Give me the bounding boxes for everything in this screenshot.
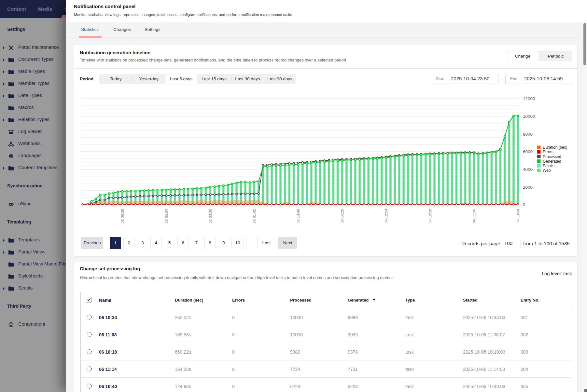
svg-text:06 09:38: 06 09:38 — [120, 209, 124, 223]
svg-text:Duration (sec): Duration (sec) — [543, 145, 567, 150]
svg-text:2000: 2000 — [523, 185, 533, 190]
svg-text:06 12:24: 06 12:24 — [384, 209, 388, 223]
svg-text:06 01:42: 06 01:42 — [252, 209, 256, 223]
svg-text:Emails: Emails — [543, 164, 554, 168]
svg-text:12000: 12000 — [523, 96, 535, 101]
svg-text:6000: 6000 — [523, 149, 533, 154]
svg-text:Errors: Errors — [543, 150, 553, 154]
svg-text:8000: 8000 — [523, 132, 533, 137]
svg-text:06 03:30: 06 03:30 — [208, 209, 212, 223]
svg-text:Generated: Generated — [543, 159, 561, 164]
svg-text:06 13:48: 06 13:48 — [296, 209, 300, 223]
svg-text:Processed: Processed — [543, 155, 561, 159]
svg-text:06 12:28: 06 12:28 — [428, 209, 432, 223]
svg-text:06 11:26: 06 11:26 — [472, 209, 476, 223]
svg-text:0: 0 — [523, 202, 525, 207]
svg-text:Web: Web — [543, 168, 551, 173]
svg-text:10000: 10000 — [523, 114, 535, 119]
svg-text:06 05:34: 06 05:34 — [164, 209, 168, 223]
svg-text:4000: 4000 — [523, 167, 533, 172]
svg-text:06 10:34: 06 10:34 — [516, 209, 520, 223]
svg-text:06 14:20: 06 14:20 — [340, 209, 344, 223]
